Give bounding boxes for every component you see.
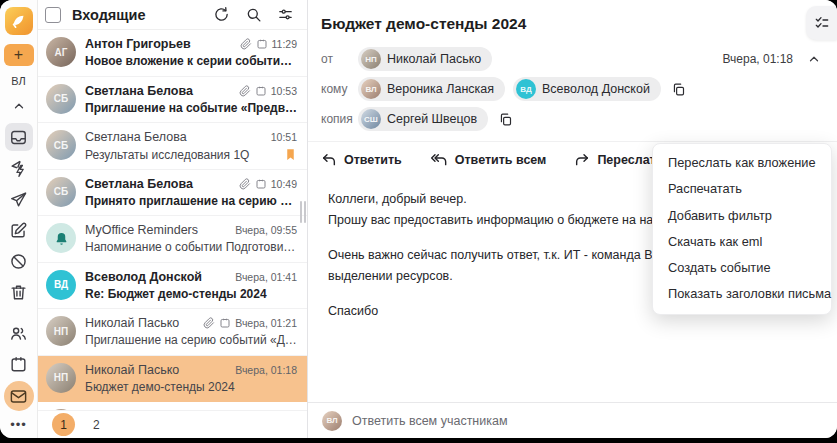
sender: Антон Григорьев — [85, 37, 234, 51]
menu-item-show-headers[interactable]: Показать заголовки письма — [653, 281, 831, 307]
folder-title: Входящие — [72, 7, 198, 23]
avatar-initials: АГ — [55, 47, 68, 58]
recipient-name: Всеволод Донской — [542, 82, 650, 96]
calendar-icon — [255, 85, 267, 97]
mail-app-icon[interactable] — [4, 381, 34, 411]
panel-resize-handle[interactable] — [300, 201, 307, 223]
refresh-icon[interactable] — [213, 6, 230, 23]
list-item[interactable]: НП Николай Пасько Вчера, 01:21 Приглашен… — [38, 309, 307, 356]
list-item[interactable]: MyOffice Reminders Вчера, 09:55 Напомина… — [38, 216, 307, 263]
avatar-initials: СБ — [54, 93, 68, 104]
list-item[interactable]: СБ Светлана Белова 10:51 Результаты иссл… — [38, 123, 307, 170]
reply-button[interactable]: Ответить — [321, 152, 402, 168]
calendar-icon — [255, 178, 267, 190]
time: 10:51 — [271, 131, 297, 143]
list-item-main: Антон Григорьев 11:29 Новое вложение к с… — [85, 37, 297, 76]
attachment-icon — [239, 85, 251, 97]
tasks-checklist-icon — [814, 15, 830, 31]
scheduled-send-icon[interactable] — [5, 154, 33, 182]
list-item[interactable]: ВД Всеволод Донской Вчера, 01:41 Re: Бюд… — [38, 263, 307, 310]
list-item-main: Всеволод Донской Вчера, 01:41 Re: Бюджет… — [85, 270, 297, 309]
menu-item-forward-as-attachment[interactable]: Переслать как вложение — [653, 150, 831, 176]
calendar-app-icon[interactable] — [5, 350, 33, 378]
list-item-main: Николай Пасько Вчера, 01:18 Бюджет демо-… — [85, 363, 297, 402]
recipient-chip[interactable]: ВЛ Вероника Ланская — [358, 77, 505, 101]
message-meta: от НП Николай Пасько Вчера, 01:18 кому В… — [308, 33, 837, 142]
menu-item-print[interactable]: Распечатать — [653, 176, 831, 202]
from-row: от НП Николай Пасько Вчера, 01:18 — [321, 47, 821, 71]
spam-block-icon[interactable] — [5, 247, 33, 275]
sender: Николай Пасько — [85, 363, 229, 377]
filter-tune-icon[interactable] — [277, 6, 294, 23]
page-1-button[interactable]: 1 — [52, 413, 75, 436]
avatar-initials: СБ — [54, 140, 68, 151]
list-item-main: Светлана Белова 10:49 Принято приглашени… — [85, 177, 297, 216]
contacts-icon[interactable] — [5, 319, 33, 347]
recipient-chip[interactable]: ВД Всеволод Донской — [513, 77, 661, 101]
list-item[interactable]: АГ Антон Григорьев 11:29 Новое вложение … — [38, 30, 307, 77]
app-logo-icon[interactable] — [5, 7, 33, 35]
attachment-icon — [203, 317, 215, 329]
list-item-selected[interactable]: НП Николай Пасько Вчера, 01:18 Бюджет де… — [38, 356, 307, 403]
attachment-icon — [239, 178, 251, 190]
avatar: НП — [361, 49, 381, 69]
user-initials[interactable]: ВЛ — [11, 75, 25, 87]
subject: Приглашение на событие «Предварительно..… — [85, 101, 297, 115]
list-item[interactable]: СБ Светлана Белова 10:53 Приглашение на … — [38, 77, 307, 124]
inbox-folder-icon[interactable] — [5, 123, 33, 151]
compose-new-button[interactable]: + — [4, 44, 34, 66]
avatar-initials: ВД — [54, 279, 68, 290]
search-icon[interactable] — [245, 6, 262, 23]
select-all-checkbox[interactable] — [45, 7, 61, 23]
mail-list-panel: Входящие АГ Антон Григорьев — [38, 0, 308, 438]
cc-row: копия СШ Сергей Швецов — [321, 107, 821, 131]
page-2-button[interactable]: 2 — [93, 418, 100, 432]
list-item[interactable]: СБ Светлана Белова 10:49 Принято приглаш… — [38, 170, 307, 217]
list-item-main: Николай Пасько Вчера, 01:21 Приглашение … — [85, 316, 297, 355]
trash-folder-icon[interactable] — [5, 278, 33, 306]
reply-all-button[interactable]: Ответить всем — [430, 152, 547, 168]
collapse-chevron-icon[interactable] — [5, 92, 33, 120]
from-chip[interactable]: НП Николай Пасько — [358, 47, 492, 71]
to-row: кому ВЛ Вероника Ланская ВД Всеволод Дон… — [321, 77, 821, 101]
avatar: НП — [46, 316, 76, 346]
forward-button[interactable]: Переслать — [574, 152, 663, 168]
menu-item-add-filter[interactable]: Добавить фильтр — [653, 203, 831, 229]
drafts-compose-icon[interactable] — [5, 216, 33, 244]
sender: Николай Пасько — [85, 316, 197, 330]
cc-name: Сергей Швецов — [387, 112, 477, 126]
more-apps-icon[interactable]: ••• — [10, 417, 27, 432]
avatar-initials: СБ — [54, 186, 68, 197]
menu-item-create-event[interactable]: Создать событие — [653, 255, 831, 281]
message-context-menu: Переслать как вложение Распечатать Добав… — [652, 143, 832, 315]
reply-all-icon — [430, 152, 448, 168]
list-item-main: MyOffice Reminders Вчера, 09:55 Напомина… — [85, 223, 297, 262]
recipient-name: Вероника Ланская — [387, 82, 494, 96]
copy-recipients-icon[interactable] — [671, 82, 686, 97]
sender: Светлана Белова — [85, 130, 265, 144]
tasks-panel-tab[interactable] — [806, 6, 837, 40]
cc-label: копия — [321, 112, 358, 126]
copy-cc-icon[interactable] — [498, 112, 513, 127]
quick-reply-bar[interactable]: ВЛ Ответить всем участникам — [308, 402, 837, 438]
avatar: ВЛ — [322, 411, 342, 431]
bookmark-flag-icon[interactable] — [284, 147, 297, 162]
subject: Напоминание о событии Подготовить отчет.… — [85, 240, 297, 254]
avatar-initials: НП — [54, 326, 68, 337]
collapse-header-icon[interactable] — [807, 52, 821, 66]
avatar: СБ — [46, 84, 76, 114]
sender: Всеволод Донской — [85, 270, 229, 284]
cc-chip[interactable]: СШ Сергей Швецов — [358, 107, 488, 131]
list-item-main: Светлана Белова 10:51 Результаты исследо… — [85, 130, 297, 169]
menu-item-download-eml[interactable]: Скачать как eml — [653, 229, 831, 255]
subject: Re: Бюджет демо-стенды 2024 — [85, 287, 297, 301]
subject: Новое вложение к серии событий «Аналити.… — [85, 54, 297, 68]
app-rail: + ВЛ ••• — [0, 0, 38, 438]
time: 10:49 — [271, 178, 297, 190]
sent-folder-icon[interactable] — [5, 185, 33, 213]
sender: Светлана Белова — [85, 177, 233, 191]
app-window: + ВЛ ••• — [0, 0, 837, 438]
body-line: Спасибо — [328, 304, 378, 318]
list-item[interactable]: АГ Антон Григорьев Вчера, 01:07 — [38, 402, 307, 410]
quick-reply-placeholder: Ответить всем участникам — [352, 414, 508, 428]
